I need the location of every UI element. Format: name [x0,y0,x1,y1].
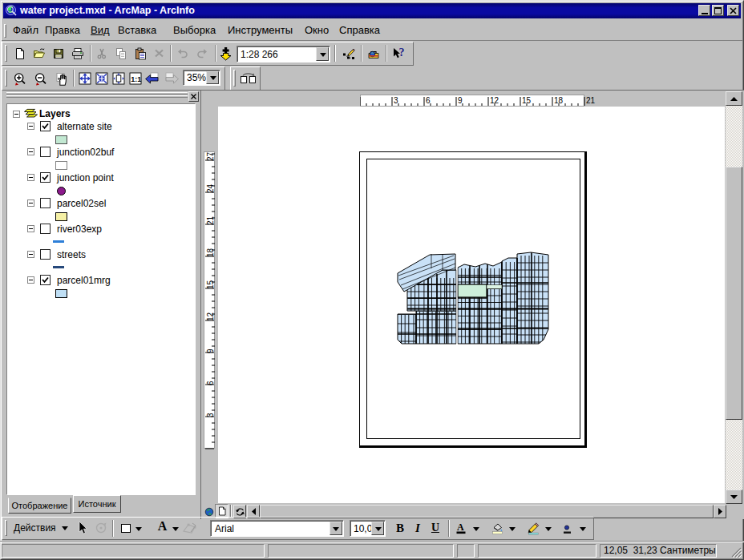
svg-text:21: 21 [586,96,596,105]
svg-text:3: 3 [394,96,398,105]
svg-text:?: ? [399,47,405,58]
svg-text:6: 6 [426,96,431,105]
svg-text:12: 12 [206,312,215,321]
svg-text:21: 21 [206,216,215,225]
svg-text:18: 18 [206,248,215,257]
svg-text:3: 3 [206,413,215,417]
svg-text:1:1: 1:1 [131,75,141,83]
svg-text:27: 27 [206,151,215,161]
svg-text:A: A [457,522,464,533]
svg-text:9: 9 [206,348,215,353]
svg-text:9: 9 [458,96,463,105]
svg-text:24: 24 [206,183,215,193]
svg-text:15: 15 [206,280,215,289]
svg-text:6: 6 [206,381,215,385]
